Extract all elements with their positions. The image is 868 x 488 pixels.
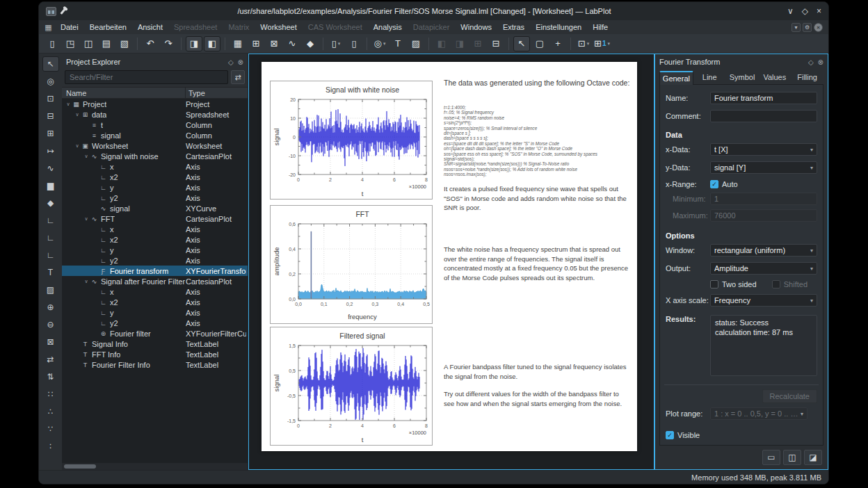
comment-input[interactable] xyxy=(710,110,817,122)
toggle-properties-explorer-button[interactable]: ◧ xyxy=(204,36,220,51)
load-function-button[interactable]: ▭ xyxy=(762,450,780,465)
tree-row-fourier-transform[interactable]: ƑFourier transformXYFourierTransformCurv xyxy=(62,266,248,276)
menu-analysis[interactable]: Analysis xyxy=(368,20,408,34)
print-preview-button[interactable]: ▧ xyxy=(116,36,133,51)
tree-row-x[interactable]: ∟xAxis xyxy=(62,161,248,172)
navigate-mouse-button[interactable]: ▢ xyxy=(531,36,548,51)
zoom-x-region-button[interactable]: ⊟ xyxy=(42,108,59,124)
float-dock-icon[interactable]: ◇ xyxy=(808,58,814,66)
add-text-label-button[interactable]: T xyxy=(42,265,59,280)
new-matrix-button[interactable]: ⊠ xyxy=(266,36,282,51)
minimize-button[interactable]: ∨ xyxy=(787,7,794,15)
add-histogram-button[interactable]: ▆ xyxy=(42,178,59,193)
toggle-project-explorer-button[interactable]: ◨ xyxy=(186,36,202,51)
menu-einstellungen[interactable]: Einstellungen xyxy=(530,20,587,34)
zoom-mode-button[interactable]: ◎▾ xyxy=(371,36,388,51)
tree-row-signal[interactable]: ∿signalXYCurve xyxy=(62,203,248,213)
open-project-button[interactable]: ◳ xyxy=(62,36,79,51)
tree-row-x2[interactable]: ∟x2Axis xyxy=(62,172,248,182)
signal-info-label[interactable]: The data was generated using the followi… xyxy=(444,79,630,87)
redo-button[interactable]: ↷ xyxy=(160,36,177,51)
select-pointer-button[interactable]: ↖ xyxy=(513,36,530,51)
tree-row-y2[interactable]: ∟y2Axis xyxy=(62,318,248,328)
series-signal[interactable] xyxy=(299,109,419,166)
duplicate-button[interactable]: ▯ xyxy=(346,36,362,51)
auto-checkbox[interactable]: ✓ xyxy=(710,180,718,188)
zoom-select-button[interactable]: + xyxy=(549,36,566,51)
menu-worksheet[interactable]: Worksheet xyxy=(255,20,302,34)
shift-up-y-button[interactable]: ∵ xyxy=(42,421,59,437)
output-select[interactable]: Amplitude▾ xyxy=(710,262,817,275)
maximize-button[interactable]: ◇ xyxy=(802,7,808,15)
new-document-button[interactable]: ▯▾ xyxy=(328,36,344,51)
measure-tool-button[interactable]: ↦ xyxy=(42,143,59,158)
color-picker-button[interactable]: ◆ xyxy=(302,36,319,51)
tree-row-fft[interactable]: ∨∿FFTCartesianPlot xyxy=(62,213,248,224)
filter-options-button[interactable]: ⇄ xyxy=(231,70,245,84)
new-project-button[interactable]: ▯ xyxy=(44,36,61,51)
series-fourier-filter[interactable] xyxy=(299,348,419,420)
tab-filling[interactable]: Filling xyxy=(791,71,823,85)
zoom-in-button[interactable]: ⊕ xyxy=(42,300,59,315)
x-axis-scale-select[interactable]: Frequency▾ xyxy=(710,294,817,307)
break-layout-button[interactable]: ⊟ xyxy=(488,36,504,51)
settings-gear-icon[interactable]: ⚙ xyxy=(803,23,812,32)
worksheet-view[interactable]: 02468-20-1001020Signal with white noises… xyxy=(248,54,654,470)
tree-row-y2[interactable]: ∟y2Axis xyxy=(62,193,248,203)
two-sided-checkbox[interactable] xyxy=(710,280,718,288)
print-button[interactable]: ▤ xyxy=(98,36,115,51)
close-dock-icon[interactable]: ⊗ xyxy=(238,58,243,66)
new-workbook-button[interactable]: ▦ xyxy=(230,36,246,51)
titlebar[interactable]: /usr/share/labplot2/examples/Analysis/Fo… xyxy=(39,2,828,20)
add-text-label-button[interactable]: T xyxy=(389,36,406,51)
plot-signal-with-noise[interactable]: 02468-20-1001020Signal with white noises… xyxy=(270,81,433,200)
collapse-menubar-icon[interactable]: ▾ xyxy=(791,23,801,32)
zoom-select-region-button[interactable]: ⊡ xyxy=(42,91,59,106)
y-data-select[interactable]: signal [Y]▾ xyxy=(710,161,817,174)
add-fill-button[interactable]: ◆ xyxy=(42,195,59,211)
tree-row-y2[interactable]: ∟y2Axis xyxy=(62,255,248,266)
tree-row-fourier-filter-info[interactable]: TFourier Filter InfoTextLabel xyxy=(62,359,248,370)
dock-header[interactable]: Fourier Transform ◇ ⊗ xyxy=(655,54,828,70)
tab-line[interactable]: Line xyxy=(693,71,726,85)
plot-fft[interactable]: 0,00,10,20,30,40,50,00,20,40,6FFTamplitu… xyxy=(270,205,433,324)
undo-button[interactable]: ↶ xyxy=(142,36,159,51)
tree-row-signal-after-fourier-filter[interactable]: ∨∿Signal after Fourier FilterCartesianPl… xyxy=(62,276,248,286)
magnification-button[interactable]: ⊞1▾ xyxy=(593,36,611,51)
horizontal-scrollbar[interactable] xyxy=(62,463,248,470)
shift-left-x-button[interactable]: ∷ xyxy=(42,387,59,402)
column-header-type[interactable]: Type xyxy=(186,88,248,98)
float-dock-icon[interactable]: ◇ xyxy=(228,58,234,66)
menu-bearbeiten[interactable]: Bearbeiten xyxy=(84,20,132,34)
add-axis-bottom-button[interactable]: ∟ xyxy=(42,213,59,228)
scrollbar-thumb[interactable] xyxy=(64,464,96,469)
tree-row-x2[interactable]: ∟x2Axis xyxy=(62,297,248,307)
select-pointer-button[interactable]: ↖ xyxy=(42,56,59,72)
tree-row-y[interactable]: ∟yAxis xyxy=(62,307,248,318)
add-image-button[interactable]: ▨ xyxy=(42,282,59,298)
menu-extras[interactable]: Extras xyxy=(497,20,530,34)
add-axis-left-button[interactable]: ∟ xyxy=(42,230,59,245)
tree-row-project[interactable]: ∨▦ProjectProject xyxy=(62,99,248,109)
crosshair-cursor-button[interactable]: ◎ xyxy=(42,74,59,89)
tree-row-signal-info[interactable]: TSignal InfoTextLabel xyxy=(62,339,248,349)
save-function-button[interactable]: ◫ xyxy=(783,450,801,465)
zoom-fit-button[interactable]: ⊠ xyxy=(42,334,59,350)
tab-symbol[interactable]: Symbol xyxy=(726,71,759,85)
fft-info-label[interactable]: The white noise has a frequency spectrum… xyxy=(444,245,630,282)
menu-ansicht[interactable]: Ansicht xyxy=(132,20,168,34)
tree-row-signal[interactable]: ≡signalColumn xyxy=(62,130,248,140)
tree-row-y[interactable]: ∟yAxis xyxy=(62,245,248,255)
series-fourier-transform[interactable] xyxy=(298,285,426,299)
zoom-preset-button[interactable]: ⊡▾ xyxy=(575,36,592,51)
column-header-name[interactable]: Name xyxy=(62,88,186,98)
tree-row-signal-with-noise[interactable]: ∨∿Signal with noiseCartesianPlot xyxy=(62,151,248,161)
name-input[interactable]: Fourier transform xyxy=(710,92,817,104)
save-project-button[interactable]: ◫ xyxy=(80,36,97,51)
tree-row-x[interactable]: ∟xAxis xyxy=(62,286,248,297)
add-xy-curve-button[interactable]: ∿ xyxy=(42,161,59,176)
save-as-function-button[interactable]: ◪ xyxy=(804,450,822,465)
plot-filtered-signal[interactable]: 02468-1,5-0,50,51,5Filtered signalsignal… xyxy=(270,327,433,446)
fourier-filter-info-label[interactable]: A Fourier bandpass filter tuned to the s… xyxy=(444,362,630,381)
add-axis-custom-button[interactable]: ∟ xyxy=(42,247,59,263)
